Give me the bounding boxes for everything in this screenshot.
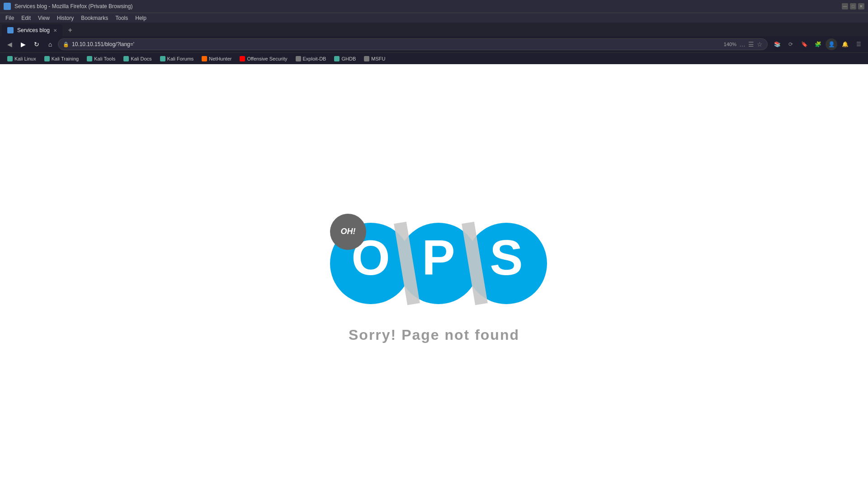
- more-options-icon[interactable]: …: [739, 41, 745, 48]
- tab-bar: Services blog ✕ +: [0, 23, 868, 36]
- menubar: File Edit View History Bookmarks Tools H…: [0, 13, 868, 23]
- bookmark-msfu[interactable]: MSFU: [360, 55, 389, 62]
- library-icon[interactable]: 📚: [771, 38, 783, 50]
- reload-button[interactable]: ↻: [31, 38, 42, 50]
- tab-close-button[interactable]: ✕: [53, 28, 57, 33]
- bookmark-kali-forums[interactable]: Kali Forums: [156, 55, 198, 62]
- ops-graphic: OH! O P S: [316, 209, 552, 309]
- bookmark-kali-tools[interactable]: Kali Tools: [83, 55, 119, 62]
- svg-text:S: S: [490, 230, 523, 285]
- menu-edit[interactable]: Edit: [18, 14, 34, 22]
- navbar: ◀ ▶ ↻ ⌂ 🔒 10.10.10.151/blog/?lang=' 140%…: [0, 36, 868, 52]
- browser-content: OH! O P S Sorry! Page not found: [0, 64, 868, 488]
- bookmarks-bar: Kali Linux Kali Training Kali Tools Kali…: [0, 52, 868, 64]
- kali-training-favicon: [44, 56, 50, 61]
- zoom-level: 140%: [724, 42, 736, 47]
- menu-help[interactable]: Help: [132, 14, 150, 22]
- exploit-db-favicon: [296, 56, 301, 61]
- home-button[interactable]: ⌂: [44, 38, 56, 50]
- minimize-button[interactable]: —: [842, 3, 848, 9]
- address-bar[interactable]: 🔒 10.10.10.151/blog/?lang=' 140% … ☰ ☆: [58, 38, 768, 50]
- bookmark-offensive-security[interactable]: Offensive Security: [236, 55, 291, 62]
- active-tab[interactable]: Services blog ✕: [2, 24, 62, 36]
- notification-icon[interactable]: 🔔: [839, 38, 851, 50]
- forward-button[interactable]: ▶: [17, 38, 29, 50]
- tab-favicon: [7, 27, 14, 33]
- back-button[interactable]: ◀: [4, 38, 15, 50]
- error-container: OH! O P S Sorry! Page not found: [316, 209, 552, 343]
- bookmark-nethunter[interactable]: NetHunter: [198, 55, 235, 62]
- firefox-icon: [4, 3, 11, 10]
- nav-extra-buttons: 📚 ⟳ 🔖 🧩 👤 🔔 ☰: [771, 38, 864, 50]
- menu-tools[interactable]: Tools: [112, 14, 132, 22]
- reader-mode-icon[interactable]: ☰: [748, 41, 754, 48]
- menu-bookmarks[interactable]: Bookmarks: [77, 14, 112, 22]
- menu-button[interactable]: ☰: [853, 38, 864, 50]
- window-title: Services blog - Mozilla Firefox (Private…: [14, 3, 132, 9]
- svg-text:P: P: [422, 230, 455, 285]
- security-icon: 🔒: [63, 42, 69, 47]
- offensive-security-favicon: [240, 56, 245, 61]
- kali-forums-favicon: [160, 56, 165, 61]
- new-tab-button[interactable]: +: [64, 24, 76, 36]
- close-button[interactable]: ✕: [858, 3, 864, 9]
- menu-view[interactable]: View: [34, 14, 53, 22]
- maximize-button[interactable]: □: [850, 3, 856, 9]
- tab-label: Services blog: [17, 27, 50, 33]
- bookmark-ghdb[interactable]: GHDB: [330, 55, 359, 62]
- window-controls: — □ ✕: [842, 3, 864, 9]
- oh-text: OH!: [341, 227, 356, 236]
- sync-icon[interactable]: ⟳: [785, 38, 797, 50]
- bookmark-kali-docs[interactable]: Kali Docs: [120, 55, 155, 62]
- menu-file[interactable]: File: [2, 14, 18, 22]
- msfu-favicon: [364, 56, 369, 61]
- ghdb-favicon: [334, 56, 340, 61]
- oh-bubble: OH!: [330, 214, 366, 250]
- menu-history[interactable]: History: [53, 14, 77, 22]
- bookmark-kali-training[interactable]: Kali Training: [41, 55, 83, 62]
- kali-tools-favicon: [87, 56, 92, 61]
- bookmark-kali-linux[interactable]: Kali Linux: [4, 55, 40, 62]
- titlebar: Services blog - Mozilla Firefox (Private…: [0, 0, 868, 13]
- kali-docs-favicon: [123, 56, 129, 61]
- extensions-icon[interactable]: 🧩: [812, 38, 824, 50]
- bookmark-star-icon[interactable]: ☆: [757, 41, 763, 48]
- bookmark-exploit-db[interactable]: Exploit-DB: [292, 55, 330, 62]
- kali-linux-favicon: [7, 56, 13, 61]
- sorry-text: Sorry! Page not found: [349, 327, 519, 343]
- account-icon[interactable]: 👤: [826, 38, 837, 50]
- url-text: 10.10.10.151/blog/?lang=': [72, 41, 721, 47]
- nethunter-favicon: [202, 56, 207, 61]
- pocket-icon[interactable]: 🔖: [798, 38, 810, 50]
